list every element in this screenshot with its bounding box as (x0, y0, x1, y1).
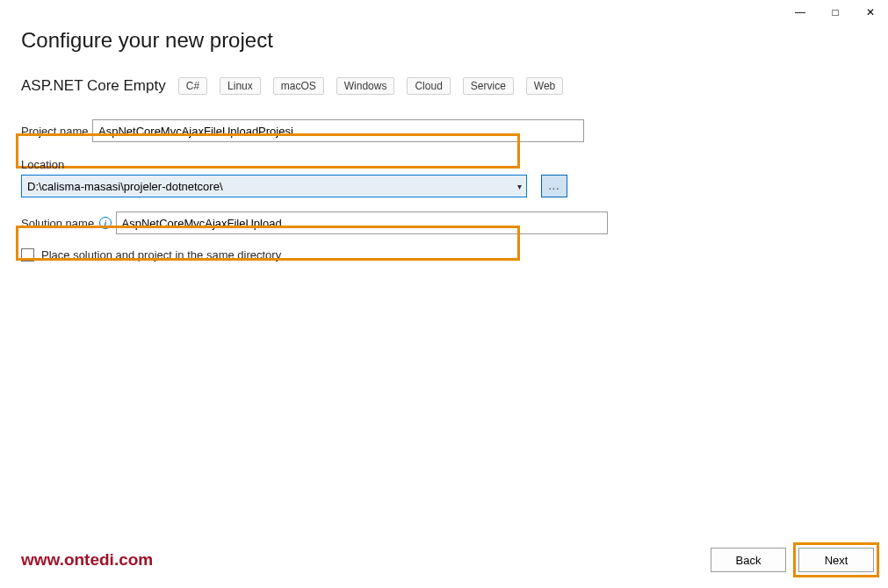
maximize-button[interactable]: □ (818, 0, 853, 25)
next-button[interactable]: Next (798, 548, 874, 572)
back-button[interactable]: Back (711, 548, 786, 572)
template-tag: Windows (336, 77, 395, 95)
wizard-buttons: Back Next (711, 544, 877, 576)
info-icon[interactable]: i (99, 217, 112, 229)
close-button[interactable]: ✕ (853, 0, 888, 25)
template-tag: macOS (273, 77, 324, 95)
location-group: Location ▾ ... (21, 156, 867, 197)
solution-name-group: Solution name i (21, 212, 867, 234)
footer: www.ontedi.com Back Next (21, 544, 877, 576)
template-row: ASP.NET Core Empty C# Linux macOS Window… (21, 77, 867, 95)
solution-name-label-text: Solution name (21, 217, 94, 230)
template-tag: Cloud (407, 77, 450, 95)
template-tag: C# (178, 77, 207, 95)
same-directory-label: Place solution and project in the same d… (41, 248, 281, 262)
page-title: Configure your new project (21, 28, 867, 53)
minimize-button[interactable]: — (783, 0, 818, 25)
location-combo[interactable]: ▾ (21, 175, 527, 197)
project-name-input[interactable] (92, 119, 584, 142)
solution-name-label: Solution name i (21, 217, 112, 230)
location-input[interactable] (21, 175, 527, 197)
same-directory-row: Place solution and project in the same d… (21, 248, 867, 262)
project-name-group: Project name (21, 119, 867, 142)
browse-button[interactable]: ... (541, 175, 567, 197)
watermark: www.ontedi.com (21, 550, 153, 570)
template-tag: Linux (220, 77, 261, 95)
project-name-label: Project name (21, 125, 89, 138)
same-directory-checkbox[interactable] (21, 248, 34, 262)
template-tag: Service (463, 77, 514, 95)
window-titlebar: — □ ✕ (783, 0, 888, 25)
template-name: ASP.NET Core Empty (21, 77, 166, 95)
location-label: Location (21, 158, 64, 171)
solution-name-input[interactable] (116, 212, 608, 234)
template-tag: Web (526, 77, 563, 95)
